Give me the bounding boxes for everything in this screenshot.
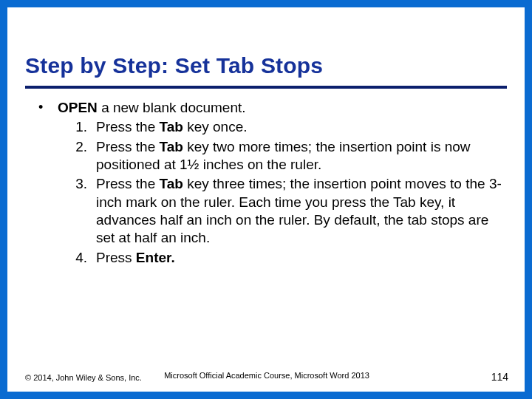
- step-pre: Press the: [96, 119, 160, 134]
- list-item: 3. Press the Tab key three times; the in…: [71, 175, 504, 247]
- list-item: 1. Press the Tab key once.: [71, 118, 504, 136]
- step-pre: Press the: [96, 176, 160, 191]
- step-post: key once.: [183, 119, 248, 134]
- slide-title: Step by Step: Set Tab Stops: [25, 53, 507, 78]
- body: OPEN a new blank document. 1. Press the …: [7, 89, 525, 267]
- step-text: Press the Tab key three times; the inser…: [96, 175, 504, 247]
- lead-line: OPEN a new blank document.: [43, 99, 504, 117]
- slide: Step by Step: Set Tab Stops OPEN a new b…: [0, 0, 532, 399]
- step-bold: Tab: [160, 176, 183, 191]
- step-number: 3.: [71, 175, 96, 247]
- footer-page-number: 114: [491, 371, 508, 383]
- step-bold: Enter.: [136, 250, 175, 265]
- header: Step by Step: Set Tab Stops: [7, 47, 525, 83]
- footer: © 2014, John Wiley & Sons, Inc. Microsof…: [25, 371, 508, 383]
- step-number: 4.: [71, 249, 96, 267]
- step-bold: Tab: [160, 139, 183, 154]
- step-pre: Press the: [96, 139, 160, 154]
- list-item: 2. Press the Tab key two more times; the…: [71, 138, 504, 174]
- step-text: Press Enter.: [96, 249, 504, 267]
- footer-course: Microsoft Official Academic Course, Micr…: [164, 371, 369, 380]
- lead-bold: OPEN: [58, 100, 98, 115]
- step-number: 1.: [71, 118, 96, 136]
- step-number: 2.: [71, 138, 96, 174]
- step-bold: Tab: [160, 119, 183, 134]
- list-item: 4. Press Enter.: [71, 249, 504, 267]
- step-pre: Press: [96, 250, 136, 265]
- footer-copyright: © 2014, John Wiley & Sons, Inc.: [25, 373, 142, 382]
- top-band: [7, 7, 525, 47]
- step-text: Press the Tab key two more times; the in…: [96, 138, 504, 174]
- step-text: Press the Tab key once.: [96, 118, 504, 136]
- lead-rest: a new blank document.: [98, 100, 246, 115]
- steps-list: 1. Press the Tab key once. 2. Press the …: [71, 118, 504, 267]
